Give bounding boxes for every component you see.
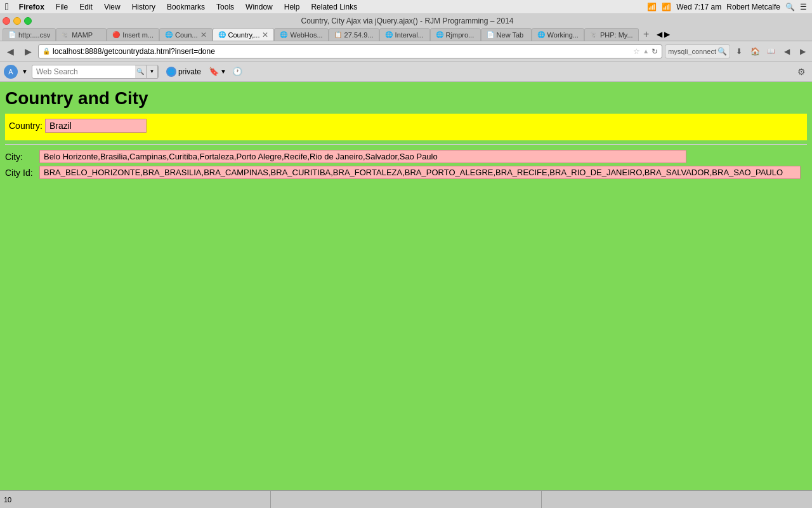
back-button[interactable]: ◀ (3, 44, 18, 59)
tab-label: http:....csv (18, 31, 50, 39)
tab-ip[interactable]: 📋 27.54.9... (329, 28, 379, 41)
tab-label: Country,... (228, 31, 260, 39)
city-section: City: City Id: (5, 147, 807, 182)
private-mode-button[interactable]: 🌐 private (162, 65, 205, 78)
bookmark-icon2[interactable]: ▲ (643, 48, 649, 55)
address-input[interactable] (53, 47, 631, 56)
new-tab-button[interactable]: + (640, 28, 653, 41)
page-title: Country and City (5, 88, 807, 109)
profile-button[interactable]: A (4, 65, 18, 79)
bookmark-star-icon[interactable]: ☆ (633, 47, 640, 56)
tab-label: MAMP (72, 31, 93, 39)
tab-country2[interactable]: 🌐 Country,... ✕ (213, 28, 275, 41)
tab-insert[interactable]: 🔴 Insert m... (107, 28, 159, 41)
cityid-row: City Id: (5, 166, 807, 179)
country-section: Country: (5, 114, 807, 140)
tab-bar: 📄 http:....csv 🐘 MAMP 🔴 Insert m... 🌐 Co… (3, 28, 809, 41)
country-row: Country: (9, 119, 803, 133)
tab-favicon: 🐘 (62, 31, 69, 38)
city-row: City: (5, 150, 807, 163)
tab-favicon: 📄 (487, 31, 494, 38)
lock-icon: 🔒 (43, 48, 50, 55)
search-dropdown-btn[interactable]: ▼ (147, 65, 158, 79)
search-engine-icon[interactable]: mysqli_connect 🔍 (665, 44, 730, 58)
web-search-field[interactable]: 🔍 ▼ (32, 65, 159, 79)
tab-favicon: 🐘 (590, 31, 598, 38)
menu-tools[interactable]: Tools (211, 0, 239, 13)
bookmarks-icon[interactable]: 📖 (764, 44, 778, 58)
wifi-icon: 📶 (662, 3, 671, 11)
tab-label: 27.54.9... (344, 31, 374, 39)
close-window-btn[interactable] (3, 17, 10, 25)
tab-working[interactable]: 🌐 Working... (532, 28, 584, 41)
tab-newtab[interactable]: 📄 New Tab (481, 28, 532, 41)
menu-related-links[interactable]: Related Links (306, 0, 362, 13)
search-submit-button[interactable]: 🔍 (135, 65, 147, 79)
bookmarks-icon2: 🔖 (209, 67, 219, 76)
tab-favicon: 📄 (8, 31, 16, 38)
tab-label: Rjmpro... (446, 31, 475, 39)
menu-window[interactable]: Window (240, 0, 278, 13)
tab-rjm[interactable]: 🌐 Rjmpro... (430, 28, 481, 41)
menu-view[interactable]: View (99, 0, 126, 13)
tab-http-csv[interactable]: 📄 http:....csv (3, 28, 56, 41)
time-display: Wed 7:17 am (676, 3, 721, 11)
bookmarks-bar-btn[interactable]: 🔖 ▼ (209, 67, 226, 76)
list-menubar-icon[interactable]: ☰ (800, 3, 807, 11)
globe-icon: 🌐 (166, 67, 176, 77)
tab-favicon: 🌐 (385, 31, 393, 38)
search-input[interactable] (32, 67, 135, 76)
tab-country1[interactable]: 🌐 Coun... ✕ (159, 28, 212, 41)
country-input[interactable] (45, 119, 147, 133)
tab-favicon: 🔴 (112, 31, 120, 38)
address-bar[interactable]: 🔒 ☆ ▲ ↻ (38, 44, 662, 58)
tab-favicon: 🌐 (165, 31, 173, 38)
maximize-window-btn[interactable] (24, 17, 32, 25)
menu-edit[interactable]: Edit (74, 0, 98, 13)
history-clock-btn[interactable]: 🕐 (230, 65, 244, 79)
tab-favicon: 📋 (334, 31, 342, 38)
gear-icon: ⚙ (797, 67, 806, 77)
city-label: City: (5, 152, 37, 162)
forward-button[interactable]: ▶ (20, 44, 36, 59)
menu-help[interactable]: Help (279, 0, 305, 13)
tab-scroll-left[interactable]: ◀ (657, 30, 662, 39)
reload-icon[interactable]: ↻ (652, 47, 658, 56)
window-controls (3, 17, 32, 25)
more-nav-icon[interactable]: ▶ (796, 44, 809, 58)
menu-history[interactable]: History (127, 0, 160, 13)
cityid-input[interactable] (39, 166, 801, 179)
tab-mamp[interactable]: 🐘 MAMP (56, 28, 107, 41)
search-engine-label: mysqli_connect (668, 48, 716, 55)
tab-favicon: 🌐 (537, 31, 545, 38)
home-icon[interactable]: 🏠 (748, 44, 762, 58)
search-menubar-icon[interactable]: 🔍 (785, 3, 795, 11)
tab-label: New Tab (497, 31, 524, 39)
downloads-icon[interactable]: ⬇ (732, 44, 746, 58)
profile-dropdown-icon[interactable]: ▼ (22, 68, 28, 75)
tab-interval[interactable]: 🌐 Interval... (379, 28, 430, 41)
tab-close-btn[interactable]: ✕ (200, 30, 207, 39)
search-engine-search-icon[interactable]: 🔍 (717, 47, 727, 56)
history-nav-icon[interactable]: ◀ (780, 44, 794, 58)
tab-close-btn[interactable]: ✕ (262, 30, 268, 39)
menu-bookmarks[interactable]: Bookmarks (162, 0, 210, 13)
country-label: Country: (9, 121, 43, 131)
tab-label: Working... (547, 31, 579, 39)
minimize-window-btn[interactable] (13, 17, 21, 25)
menu-file[interactable]: File (51, 0, 73, 13)
tab-php[interactable]: 🐘 PHP: My... (584, 28, 639, 41)
menu-firefox[interactable]: Firefox (14, 0, 49, 13)
settings-button[interactable]: ⚙ (794, 65, 808, 79)
tab-scroll-right[interactable]: ▶ (664, 30, 670, 39)
bookmarks-dropdown-icon: ▼ (220, 68, 226, 75)
tab-webhost[interactable]: 🌐 WebHos... (274, 28, 328, 41)
apple-menu[interactable]:  (5, 1, 9, 13)
menu-bar:  Firefox File Edit View History Bookmar… (0, 0, 812, 14)
tab-label: WebHos... (290, 31, 322, 39)
city-input[interactable] (39, 150, 686, 163)
history-clock-icon: 🕐 (232, 67, 242, 76)
private-label: private (178, 67, 201, 76)
tab-label: Coun... (175, 31, 197, 39)
page-content: Country and City Country: City: City Id: (0, 82, 812, 399)
